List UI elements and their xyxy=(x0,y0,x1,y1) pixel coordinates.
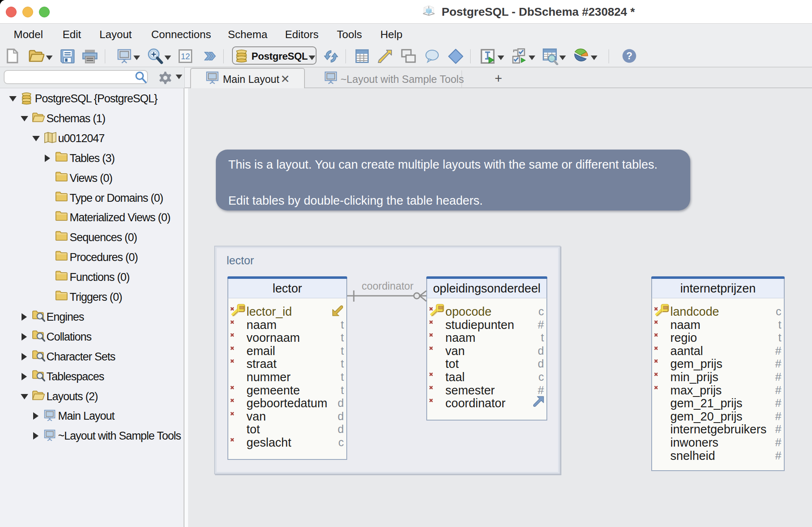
svg-text:12: 12 xyxy=(181,52,190,61)
svg-text:?: ? xyxy=(626,50,633,61)
